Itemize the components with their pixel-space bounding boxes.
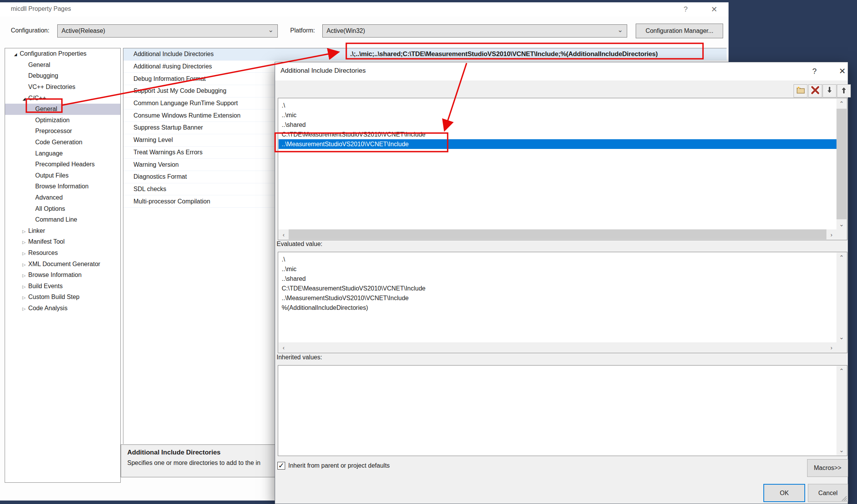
macros-button[interactable]: Macros>> xyxy=(807,459,848,477)
tree-item[interactable]: Optimization xyxy=(5,115,120,126)
tree-item[interactable]: General xyxy=(5,104,120,115)
tree-item[interactable]: Configuration Properties xyxy=(5,48,120,60)
configuration-manager-button[interactable]: Configuration Manager... xyxy=(636,24,723,38)
tree-item[interactable]: Language xyxy=(5,148,120,159)
inherit-checkbox[interactable] xyxy=(277,462,285,470)
evaluated-value-line: .\ xyxy=(279,255,836,264)
scrollbar-thumb[interactable] xyxy=(836,109,847,219)
ok-button[interactable]: OK xyxy=(763,484,805,502)
tree-item[interactable]: Preprocessor xyxy=(5,126,120,137)
move-down-button[interactable] xyxy=(823,84,836,97)
tree-item[interactable]: Browse Information xyxy=(5,181,120,192)
tree-expander-icon[interactable] xyxy=(21,305,27,312)
platform-dropdown[interactable]: Active(Win32) ⌄ xyxy=(322,24,627,38)
property-name: Debug Information Format xyxy=(133,75,206,82)
close-icon[interactable]: ✕ xyxy=(834,65,851,77)
evaluated-value-box: .\..\mic..\sharedC:\TDE\MeasurementStudi… xyxy=(278,252,847,353)
directory-list-item[interactable]: C:\TDE\MeasurementStudioVS2010\VCNET\Inc… xyxy=(279,130,836,139)
dialog-titlebar[interactable]: Additional Include Directories ? ✕ xyxy=(275,62,848,80)
additional-include-directories-dialog: Additional Include Directories ? ✕ xyxy=(275,62,848,504)
tree-item[interactable]: Advanced xyxy=(5,192,120,203)
inherit-checkbox-label[interactable]: Inherit from parent or project defaults xyxy=(288,462,390,469)
scrollbar-thumb[interactable] xyxy=(289,229,826,239)
tree-item[interactable]: Debugging xyxy=(5,70,120,82)
inherited-values-label: Inherited values: xyxy=(277,354,322,361)
evaluated-value-label: Evaluated value: xyxy=(277,241,322,248)
configuration-label: Configuration: xyxy=(11,27,50,34)
tree-item[interactable]: Precompiled Headers xyxy=(5,159,120,170)
property-name: Consume Windows Runtime Extension xyxy=(133,112,241,119)
vertical-scrollbar[interactable]: ⌃ ⌄ xyxy=(836,99,847,229)
tree-item[interactable]: Code Generation xyxy=(5,137,120,148)
property-name: Treat Warnings As Errors xyxy=(133,149,202,156)
configuration-value: Active(Release) xyxy=(62,27,105,34)
tree-item[interactable]: Linker xyxy=(5,226,120,237)
tree-item[interactable]: Resources xyxy=(5,248,120,259)
scroll-up-icon[interactable]: ⌃ xyxy=(836,253,847,263)
scroll-right-icon[interactable]: › xyxy=(826,342,836,352)
tree-item[interactable]: Output Files xyxy=(5,170,120,181)
scroll-left-icon[interactable]: ‹ xyxy=(279,342,289,352)
evaluated-value-line: ..\shared xyxy=(279,274,836,284)
close-icon[interactable]: ✕ xyxy=(706,4,723,15)
tree-expander-icon[interactable] xyxy=(21,95,27,102)
tree-item[interactable]: Build Events xyxy=(5,280,120,292)
tree-item-label: XML Document Generator xyxy=(27,261,100,268)
tree-item[interactable]: Code Analysis xyxy=(5,303,120,314)
move-up-button[interactable] xyxy=(837,84,851,97)
vertical-scrollbar[interactable]: ⌃ ⌄ xyxy=(836,253,847,342)
tree-item-label: Command Line xyxy=(34,216,77,223)
new-line-button[interactable] xyxy=(794,84,807,97)
property-name: Additional Include Directories xyxy=(133,51,214,58)
tree-item[interactable]: All Options xyxy=(5,203,120,214)
configuration-dropdown[interactable]: Active(Release) ⌄ xyxy=(57,24,278,38)
delete-line-button[interactable] xyxy=(808,84,822,97)
directory-list-item[interactable]: ..\mic xyxy=(279,110,836,120)
resize-grip-icon[interactable] xyxy=(840,494,847,503)
help-icon[interactable]: ? xyxy=(677,4,694,15)
tree-item[interactable]: VC++ Directories xyxy=(5,82,120,93)
platform-value: Active(Win32) xyxy=(327,27,365,34)
tree-expander-icon[interactable] xyxy=(21,261,27,268)
tree-item[interactable]: Manifest Tool xyxy=(5,236,120,248)
tree-item-label: C/C++ xyxy=(27,95,46,102)
scroll-up-icon[interactable]: ⌃ xyxy=(836,99,847,109)
help-icon[interactable]: ? xyxy=(806,65,823,77)
tree-item-label: General xyxy=(34,106,57,113)
scroll-left-icon[interactable]: ‹ xyxy=(279,229,289,239)
tree-expander-icon[interactable] xyxy=(21,227,27,234)
tree-item[interactable]: XML Document Generator xyxy=(5,258,120,270)
tree-expander-icon[interactable] xyxy=(21,283,27,290)
scroll-down-icon[interactable]: ⌄ xyxy=(836,219,847,229)
directory-list-item[interactable]: .\ xyxy=(279,101,836,110)
property-row[interactable]: Additional Include Directories .\;..\mic… xyxy=(123,48,727,61)
directory-list-item[interactable]: ..\shared xyxy=(279,120,836,130)
chevron-down-icon: ⌄ xyxy=(268,24,274,36)
tree-expander-icon[interactable] xyxy=(21,249,27,256)
tree-expander-icon[interactable] xyxy=(12,50,19,57)
tree-item[interactable]: Custom Build Step xyxy=(5,292,120,303)
tree-expander-icon[interactable] xyxy=(21,238,27,245)
scroll-right-icon[interactable]: › xyxy=(826,229,836,239)
scroll-down-icon[interactable]: ⌄ xyxy=(836,332,847,342)
property-name: Diagnostics Format xyxy=(133,173,187,180)
vertical-scrollbar[interactable]: ⌃ ⌄ xyxy=(836,366,847,455)
horizontal-scrollbar[interactable]: ‹ › xyxy=(279,229,836,239)
tree-item[interactable]: Command Line xyxy=(5,214,120,226)
tree-item[interactable]: Browse Information xyxy=(5,270,120,281)
scroll-up-icon[interactable]: ⌃ xyxy=(836,366,847,376)
tree-item-label: Advanced xyxy=(34,194,63,201)
tree-item[interactable]: General xyxy=(5,60,120,71)
property-name: Suppress Startup Banner xyxy=(133,124,203,131)
tree-item-label: Optimization xyxy=(34,117,70,124)
window-titlebar[interactable]: micdll Property Pages ? ✕ xyxy=(0,2,729,16)
scroll-down-icon[interactable]: ⌄ xyxy=(836,445,847,455)
tree-expander-icon[interactable] xyxy=(21,272,27,278)
tree-item[interactable]: C/C++ xyxy=(5,92,120,104)
inherited-values-box: ⌃ ⌄ xyxy=(278,365,847,456)
directory-list-item[interactable]: ..\MeasurementStudioVS2010\VCNET\Include xyxy=(279,139,836,149)
property-value[interactable]: .\;..\mic;..\shared;C:\TDE\MeasurementSt… xyxy=(350,50,658,58)
horizontal-scrollbar[interactable]: ‹ › xyxy=(279,342,836,352)
configuration-tree: Configuration Properties General Debuggi… xyxy=(5,48,121,483)
tree-expander-icon[interactable] xyxy=(21,294,27,301)
